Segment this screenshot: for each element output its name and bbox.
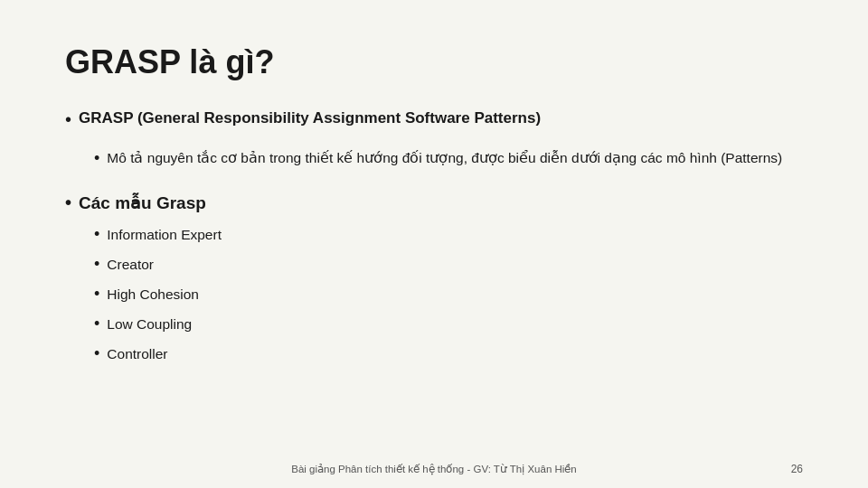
bullet-dot-1: • [65,107,71,132]
grasp-samples-label: Các mẫu Grasp [79,192,206,213]
sub-bullet-1-text: Mô tả nguyên tắc cơ bản trong thiết kế h… [107,146,782,170]
list-item: • Low Coupling [94,312,803,336]
grasp-samples-section: • Các mẫu Grasp • Information Expert • C… [65,192,803,366]
list-item-label-1: Creator [107,254,154,275]
list-item-bullet-4: • [94,342,99,366]
list-item: • High Cohesion [94,282,803,306]
list-item-bullet-0: • [94,222,99,247]
grasp-definition-bold: GRASP (General Responsibility Assignment… [79,109,541,127]
sub-bullet-1: • Mô tả nguyên tắc cơ bản trong thiết kế… [94,146,803,171]
main-bullet-1-text: GRASP (General Responsibility Assignment… [79,107,803,130]
list-item-label-0: Information Expert [107,224,222,245]
list-item-bullet-1: • [94,252,99,277]
list-item: • Creator [94,252,803,277]
list-item-bullet-2: • [94,282,99,306]
slide-content: • GRASP (General Responsibility Assignme… [65,107,803,452]
list-item-bullet-3: • [94,312,99,336]
grasp-samples-title: • Các mẫu Grasp [65,192,803,213]
slide-title: GRASP là gì? [65,43,803,81]
slide-footer: Bài giảng Phân tích thiết kế hệ thống - … [0,463,868,475]
list-item: • Controller [94,342,803,366]
list-item-label-2: High Cohesion [107,284,199,305]
footer-text: Bài giảng Phân tích thiết kế hệ thống - … [291,463,577,475]
main-bullet-1: • GRASP (General Responsibility Assignme… [65,107,803,132]
list-item-label-3: Low Coupling [107,314,192,334]
grasp-title-bullet: • [65,192,71,213]
grasp-list: • Information Expert • Creator • High Co… [94,222,803,366]
slide: GRASP là gì? • GRASP (General Responsibi… [0,0,868,488]
list-item: • Information Expert [94,222,803,247]
sub-bullet-dot-1: • [94,146,99,171]
footer-page: 26 [791,463,803,475]
list-item-label-4: Controller [107,343,167,364]
